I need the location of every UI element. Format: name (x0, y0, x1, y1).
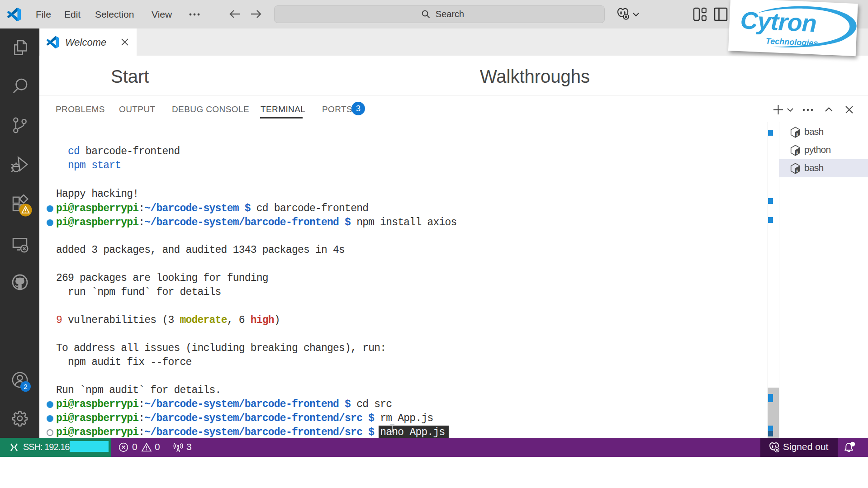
svg-text:Cytron: Cytron (740, 6, 817, 37)
svg-text:Technologies: Technologies (766, 36, 818, 47)
